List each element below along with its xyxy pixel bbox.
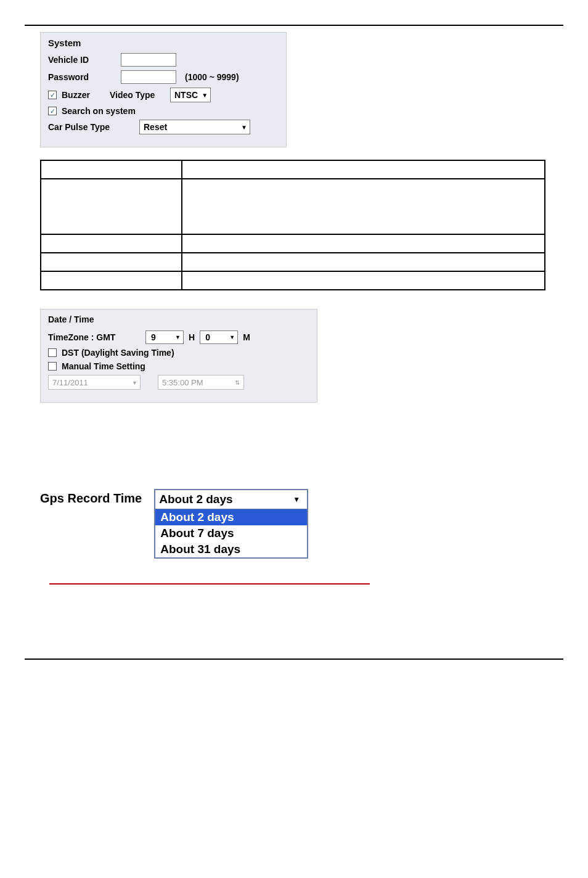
- gps-record-section: Gps Record Time About 2 days ▼ About 2 d…: [40, 489, 563, 559]
- table-cell: [41, 253, 182, 271]
- table-cell: [182, 271, 545, 290]
- vehicle-id-input[interactable]: [121, 53, 176, 67]
- gps-record-label: Gps Record Time: [40, 491, 142, 506]
- car-pulse-label: Car Pulse Type: [48, 122, 134, 132]
- divider: [49, 583, 370, 585]
- manual-time-checkbox[interactable]: [48, 362, 57, 371]
- dst-checkbox[interactable]: [48, 348, 57, 357]
- manual-time-label: Manual Time Setting: [62, 361, 145, 371]
- table-row: [41, 179, 545, 234]
- gps-record-select[interactable]: About 2 days ▼ About 2 days About 7 days…: [154, 489, 308, 559]
- gps-option[interactable]: About 7 days: [155, 525, 307, 541]
- chevron-down-icon: ▼: [290, 495, 303, 504]
- password-input[interactable]: [121, 70, 176, 84]
- table-row: [41, 234, 545, 253]
- gps-selected-value: About 2 days: [159, 493, 232, 506]
- calendar-drop-icon: ▾: [133, 379, 136, 386]
- video-type-value: NTSC: [174, 90, 198, 100]
- buzzer-label: Buzzer: [62, 90, 105, 100]
- vehicle-id-label: Vehicle ID: [48, 55, 116, 65]
- table-cell: [41, 160, 182, 179]
- password-range: (1000 ~ 9999): [185, 72, 239, 82]
- dst-label: DST (Daylight Saving Time): [62, 348, 174, 358]
- time-value: 5:35:00 PM: [162, 378, 203, 387]
- tz-hour-value: 9: [151, 332, 156, 342]
- table-row: [41, 271, 545, 290]
- buzzer-checkbox[interactable]: ✓: [48, 91, 57, 99]
- gps-option[interactable]: About 31 days: [155, 541, 307, 557]
- video-type-label: Video Type: [110, 90, 165, 100]
- chevron-down-icon: ▼: [229, 334, 235, 340]
- search-checkbox[interactable]: ✓: [48, 107, 57, 115]
- chevron-down-icon: ▼: [241, 124, 247, 131]
- table-row: [41, 160, 545, 179]
- tz-min-value: 0: [205, 332, 210, 342]
- system-panel: System Vehicle ID Password (1000 ~ 9999)…: [40, 32, 287, 147]
- chevron-down-icon: ▼: [175, 334, 181, 340]
- table-cell: [41, 271, 182, 290]
- gps-selected[interactable]: About 2 days ▼: [155, 490, 307, 509]
- tz-min-suffix: M: [243, 332, 250, 342]
- search-on-system-label: Search on system: [62, 106, 136, 116]
- datetime-panel: Date / Time TimeZone : GMT 9 ▼ H 0 ▼ M D…: [40, 309, 317, 403]
- table-cell: [41, 179, 182, 234]
- chevron-down-icon: ▼: [202, 92, 208, 99]
- table-cell: [182, 253, 545, 271]
- table-cell: [182, 160, 545, 179]
- tz-hour-select[interactable]: 9 ▼: [145, 330, 184, 344]
- time-picker[interactable]: 5:35:00 PM ⇅: [158, 375, 244, 390]
- video-type-select[interactable]: NTSC ▼: [170, 88, 211, 102]
- tz-hour-suffix: H: [189, 332, 195, 342]
- car-pulse-select[interactable]: Reset ▼: [139, 120, 250, 134]
- password-label: Password: [48, 72, 116, 82]
- table-cell: [41, 234, 182, 253]
- table-row: [41, 253, 545, 271]
- system-title: System: [48, 38, 279, 48]
- spinner-icon: ⇅: [235, 379, 240, 386]
- gps-option[interactable]: About 2 days: [155, 509, 307, 525]
- date-value: 7/11/2011: [52, 378, 88, 387]
- car-pulse-value: Reset: [144, 122, 167, 132]
- table-cell: [182, 234, 545, 253]
- options-table: [40, 160, 545, 290]
- timezone-label: TimeZone : GMT: [48, 332, 141, 342]
- date-picker[interactable]: 7/11/2011 ▾: [48, 375, 141, 390]
- datetime-title: Date / Time: [48, 314, 309, 324]
- table-cell: [182, 179, 545, 234]
- tz-min-select[interactable]: 0 ▼: [200, 330, 238, 344]
